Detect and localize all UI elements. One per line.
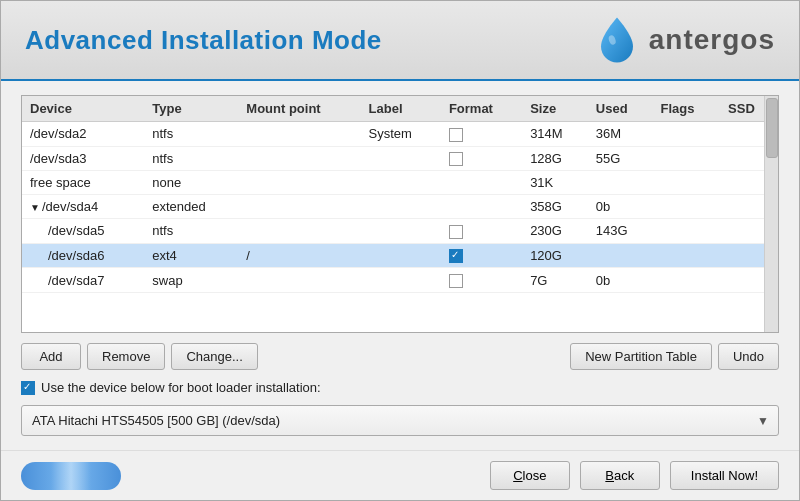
col-mount: Mount point [238,96,360,122]
back-label: Back [605,468,634,483]
cell-type: ntfs [144,146,238,171]
cell-label: System [361,122,441,147]
cell-used: 0b [588,268,653,293]
format-checkbox[interactable] [449,128,463,142]
format-checkbox[interactable] [449,274,463,288]
action-buttons-row: Add Remove Change... New Partition Table… [21,343,779,370]
cell-format[interactable] [441,146,522,171]
cell-size: 7G [522,268,588,293]
progress-shimmer [21,462,121,490]
col-type: Type [144,96,238,122]
brand: antergos [593,16,775,64]
cell-flags [652,219,720,244]
cell-format[interactable] [441,195,522,219]
cell-used: 143G [588,219,653,244]
cell-device: /dev/sda2 [22,122,144,147]
table-row[interactable]: /dev/sda5ntfs230G143G [22,219,778,244]
cell-type: ntfs [144,122,238,147]
cell-format[interactable] [441,122,522,147]
cell-size: 314M [522,122,588,147]
remove-button[interactable]: Remove [87,343,165,370]
table-row[interactable]: /dev/sda6ext4/120G [22,243,778,268]
main-window: Advanced Installation Mode antergos [0,0,800,501]
scrollbar[interactable] [764,96,778,332]
cell-label [361,146,441,171]
cell-format[interactable] [441,243,522,268]
page-title: Advanced Installation Mode [25,25,382,56]
cell-flags [652,146,720,171]
install-now-button[interactable]: Install Now! [670,461,779,490]
bottom-bar: Close Back Install Now! [1,450,799,500]
cell-label [361,171,441,195]
cell-size: 358G [522,195,588,219]
cell-label [361,268,441,293]
cell-label [361,195,441,219]
cell-label [361,219,441,244]
bootloader-checkbox[interactable] [21,381,35,395]
cell-flags [652,268,720,293]
cell-format[interactable] [441,268,522,293]
cell-mount [238,146,360,171]
close-label: Close [513,468,546,483]
table-row[interactable]: ▼/dev/sda4extended358G0b [22,195,778,219]
cell-type: ntfs [144,219,238,244]
bootloader-row: Use the device below for boot loader ins… [21,380,779,395]
col-used: Used [588,96,653,122]
cell-type: extended [144,195,238,219]
cell-mount [238,268,360,293]
close-button[interactable]: Close [490,461,570,490]
partition-table: Device Type Mount point Label Format Siz… [22,96,778,293]
cell-flags [652,171,720,195]
col-device: Device [22,96,144,122]
table-row[interactable]: /dev/sda3ntfs128G55G [22,146,778,171]
brand-logo-icon [593,16,641,64]
cell-type: ext4 [144,243,238,268]
cell-device: free space [22,171,144,195]
col-label: Label [361,96,441,122]
col-format: Format [441,96,522,122]
cell-mount [238,171,360,195]
main-content: Device Type Mount point Label Format Siz… [1,81,799,450]
cell-used [588,171,653,195]
bootloader-label: Use the device below for boot loader ins… [41,380,321,395]
col-flags: Flags [652,96,720,122]
partition-table-container: Device Type Mount point Label Format Siz… [21,95,779,333]
format-checkbox[interactable] [449,249,463,263]
brand-name: antergos [649,24,775,56]
bootloader-device-dropdown[interactable]: ATA Hitachi HTS54505 [500 GB] (/dev/sda) [21,405,779,436]
table-row[interactable]: /dev/sda2ntfsSystem314M36M [22,122,778,147]
scrollbar-thumb[interactable] [766,98,778,158]
back-button[interactable]: Back [580,461,660,490]
cell-format[interactable] [441,171,522,195]
cell-device: /dev/sda5 [22,219,144,244]
col-size: Size [522,96,588,122]
cell-label [361,243,441,268]
format-checkbox[interactable] [449,225,463,239]
cell-flags [652,195,720,219]
add-button[interactable]: Add [21,343,81,370]
cell-used: 0b [588,195,653,219]
cell-type: swap [144,268,238,293]
cell-device: /dev/sda6 [22,243,144,268]
table-row[interactable]: free spacenone31K [22,171,778,195]
cell-flags [652,243,720,268]
cell-mount [238,195,360,219]
expand-arrow-icon: ▼ [30,202,40,213]
cell-size: 31K [522,171,588,195]
cell-device: /dev/sda7 [22,268,144,293]
top-bar: Advanced Installation Mode antergos [1,1,799,81]
table-header-row: Device Type Mount point Label Format Siz… [22,96,778,122]
format-checkbox[interactable] [449,152,463,166]
table-row[interactable]: /dev/sda7swap7G0b [22,268,778,293]
cell-used [588,243,653,268]
cell-mount [238,122,360,147]
cell-size: 120G [522,243,588,268]
cell-mount: / [238,243,360,268]
change-button[interactable]: Change... [171,343,257,370]
cell-device: /dev/sda3 [22,146,144,171]
cell-type: none [144,171,238,195]
new-partition-table-button[interactable]: New Partition Table [570,343,712,370]
progress-bar [21,462,121,490]
undo-button[interactable]: Undo [718,343,779,370]
cell-format[interactable] [441,219,522,244]
